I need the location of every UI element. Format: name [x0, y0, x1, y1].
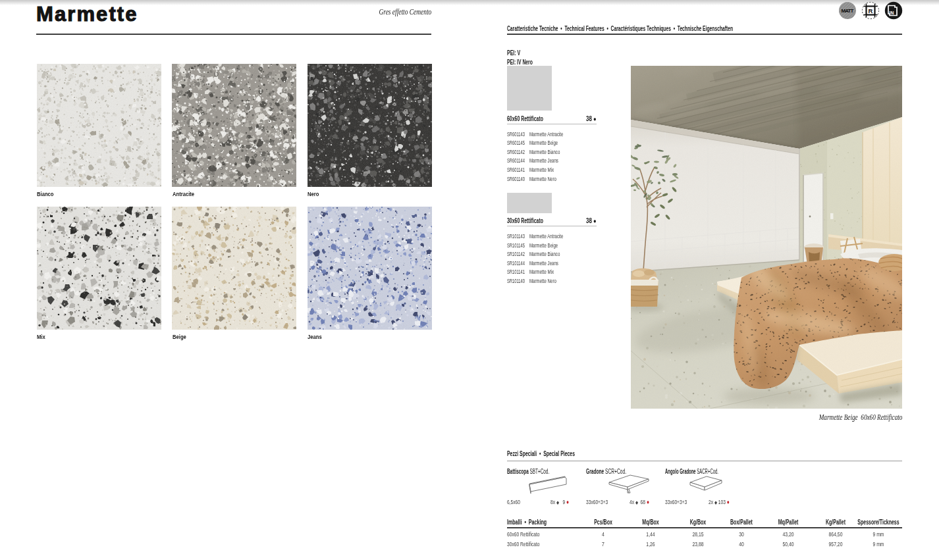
svg-text:R: R [869, 7, 873, 14]
svg-text:IN: IN [890, 11, 894, 15]
svg-text:MATT: MATT [842, 8, 854, 14]
